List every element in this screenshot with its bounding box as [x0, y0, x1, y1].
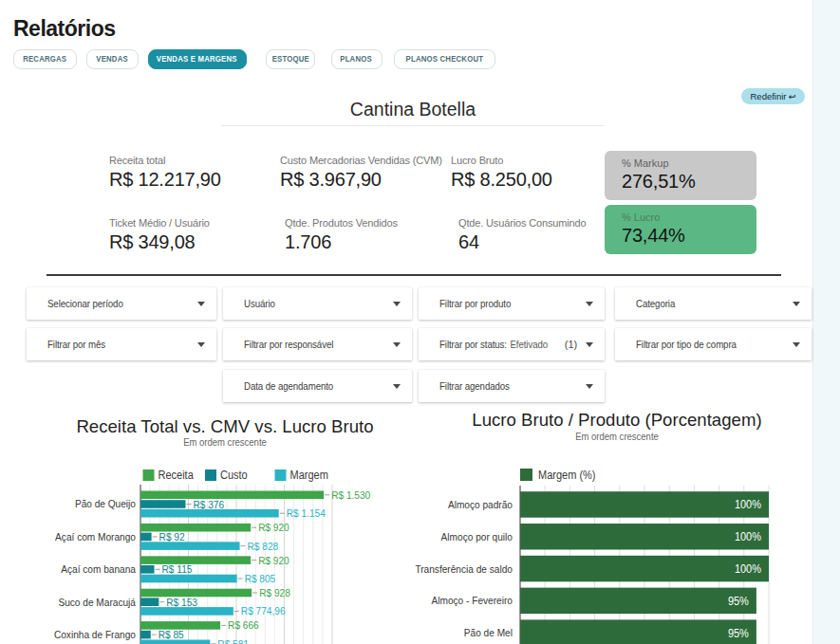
bar-suco-de-maracuja-custo[interactable] — [140, 598, 159, 606]
bar-transferencia-de-saldo[interactable] — [520, 556, 769, 582]
filter-label: Filtrar por mês — [47, 339, 105, 350]
value-label: R$ 920 — [258, 555, 289, 566]
tab-label: PLANOS CHECKOUT — [405, 54, 483, 64]
value-label: R$ 92 — [159, 531, 185, 543]
bar-acai-com-morango-custo[interactable] — [140, 533, 152, 542]
filter-text: Filtrar por produto — [439, 298, 511, 309]
stat-receita-total: Receita totalR$ 12.217,90 — [109, 155, 221, 191]
bar-acai-com-banana-receita[interactable] — [140, 556, 251, 564]
category-label: Pão de Queijo — [75, 498, 136, 509]
value-label: R$ 805 — [245, 573, 276, 584]
bar-acai-com-banana-custo[interactable] — [140, 565, 155, 574]
stat-label: Qtde. Usuários Consumindo — [458, 217, 586, 229]
bar-coxinha-de-frango-custo[interactable] — [140, 631, 151, 639]
value-label: R$ 774,96 — [241, 605, 286, 616]
reset-button-label: Redefinir — [751, 91, 787, 101]
chart-title: Lucro Bruto / Produto (Porcentagem) — [472, 410, 761, 430]
bar-suco-de-maracuja-margem[interactable] — [140, 607, 233, 616]
filter-filtrar-por-produto[interactable]: Filtrar por produto — [419, 287, 605, 320]
filter-text: Filtrar agendados — [439, 380, 510, 392]
bar-acai-com-banana-margem[interactable] — [140, 575, 237, 583]
category-label: Almoço - Fevereiro — [432, 595, 513, 606]
dropdown-caret-icon — [393, 342, 401, 347]
report-title: Cantina Botella — [221, 101, 605, 126]
filter-filtrar-agendados[interactable]: Filtrar agendados — [419, 370, 605, 402]
filter-text: Data de agendamento — [244, 380, 333, 392]
legend-swatch-icon — [205, 469, 216, 481]
legend-swatch-icon — [520, 469, 532, 481]
value-label: R$ 666 — [228, 619, 259, 631]
bar-almoco-fevereiro[interactable] — [520, 588, 756, 615]
bar-pao-de-mel[interactable] — [520, 619, 756, 644]
bar-value-label: 95% — [728, 627, 749, 640]
bar-pao-de-queijo-margem[interactable] — [140, 509, 279, 518]
legend-label: Receita — [159, 469, 194, 482]
bar-value-label: 100% — [735, 530, 761, 543]
category-label: Suco de Maracujá — [58, 597, 136, 608]
stat-value: R$ 3.967,90 — [280, 169, 442, 191]
bar-acai-com-morango-margem[interactable] — [140, 542, 240, 550]
stat-value: R$ 8.250,00 — [451, 169, 552, 191]
legend-label: Custo — [220, 469, 248, 482]
stat-label: Receita total — [109, 155, 221, 166]
bar-pao-de-queijo-receita[interactable] — [140, 491, 324, 500]
category-label: Açaí com Morango — [55, 531, 136, 543]
legend-label: Margem (%) — [538, 469, 596, 482]
value-label: R$ 115 — [162, 563, 193, 575]
stat-label: Ticket Médio / Usuário — [109, 217, 210, 229]
legend-swatch-icon — [143, 469, 155, 481]
filter-filtrar-por-responsavel[interactable]: Filtrar por responsável — [223, 328, 412, 360]
tab-estoque[interactable]: ESTOQUE — [266, 49, 315, 69]
highlight-stat-markup: % Markup276,51% — [605, 151, 756, 200]
filter-filtrar-por-tipo-de-compra[interactable]: Filtrar por tipo de compra — [615, 328, 812, 360]
stat-label: Custo Mercadorias Vendidas (CVM) — [280, 155, 442, 166]
dropdown-caret-icon — [393, 384, 401, 389]
filter-selecionar-periodo[interactable]: Selecionar período — [27, 287, 216, 320]
bar-almoco-por-quilo[interactable] — [520, 524, 769, 550]
bar-almoco-padrao[interactable] — [520, 491, 769, 518]
value-label: R$ 85 — [159, 629, 184, 640]
tab-planos[interactable]: PLANOS — [331, 49, 383, 69]
bar-acai-com-morango-receita[interactable] — [140, 524, 251, 532]
filter-filtrar-por-status[interactable]: Filtrar por status:Efetivado(1) — [419, 328, 605, 360]
filter-label: Selecionar período — [47, 298, 123, 309]
filter-text: Filtrar por mês — [47, 339, 105, 350]
category-label: Transferência de saldo — [415, 563, 513, 575]
page-title: Relatórios — [13, 16, 115, 42]
dropdown-caret-icon — [197, 302, 205, 306]
tab-label: RECARGAS — [23, 54, 66, 64]
filter-count: (1) — [565, 339, 577, 350]
stat-label: Lucro Bruto — [451, 155, 552, 166]
legend-item-margem: Margem — [275, 469, 328, 482]
value-label: R$ 153 — [166, 597, 197, 608]
tab-planos-checkout[interactable]: PLANOS CHECKOUT — [394, 49, 495, 69]
tab-label: VENDAS E MARGENS — [157, 54, 237, 64]
stat-value: 276,51% — [622, 171, 756, 193]
reset-arrow-icon: ↩ — [789, 91, 796, 101]
stat-label: % Lucro — [622, 212, 756, 223]
dropdown-caret-icon — [393, 302, 401, 306]
value-label: R$ 581 — [217, 638, 249, 644]
filter-label: Filtrar por tipo de compra — [636, 339, 737, 350]
filter-data-de-agendamento[interactable]: Data de agendamento — [223, 370, 412, 402]
filter-filtrar-por-mes[interactable]: Filtrar por mês — [27, 328, 216, 360]
tab-recargas[interactable]: RECARGAS — [13, 49, 77, 69]
reset-button[interactable]: Redefinir ↩ — [741, 88, 805, 104]
filter-usuario[interactable]: Usuário — [223, 287, 412, 320]
tab-vendas-e-margens[interactable]: VENDAS E MARGENS — [148, 49, 247, 69]
bar-coxinha-de-frango-margem[interactable] — [140, 640, 210, 644]
value-label: R$ 376 — [193, 499, 224, 510]
filter-categoria[interactable]: Categoria — [615, 287, 812, 320]
stat-custo-mercadorias-vendidas-cvm: Custo Mercadorias Vendidas (CVM)R$ 3.967… — [280, 155, 442, 191]
bar-pao-de-queijo-custo[interactable] — [140, 500, 185, 508]
value-label: R$ 920 — [258, 522, 289, 533]
legend-swatch-icon — [275, 469, 287, 481]
value-label: R$ 828 — [248, 541, 279, 552]
main-content: Relatórios RECARGASVENDASVENDAS E MARGEN… — [0, 0, 813, 644]
filter-text: Filtrar por tipo de compra — [636, 339, 737, 350]
filter-value: Efetivado — [510, 339, 548, 350]
value-label: R$ 928 — [259, 587, 290, 598]
tab-vendas[interactable]: VENDAS — [86, 49, 139, 69]
filter-text: Categoria — [636, 298, 675, 309]
bar-value-label: 100% — [735, 498, 761, 511]
